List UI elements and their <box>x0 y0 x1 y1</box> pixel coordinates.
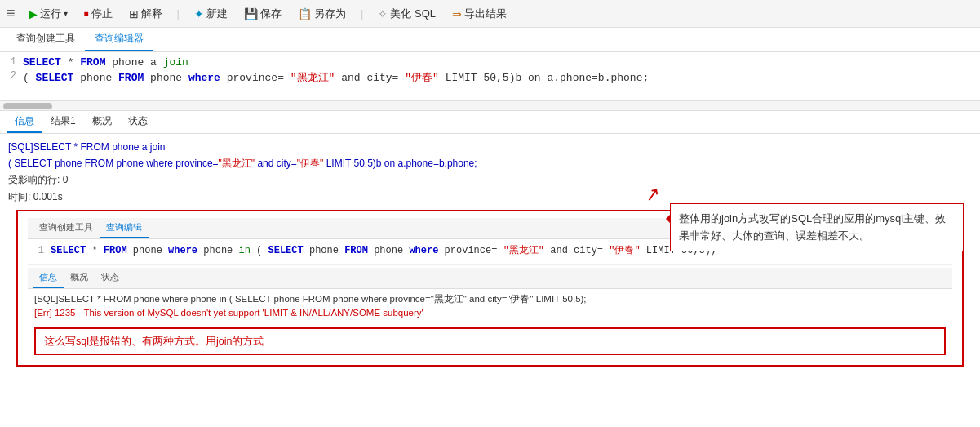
export-button[interactable]: ⇒ 导出结果 <box>449 5 510 23</box>
tab-query-builder[interactable]: 查询创建工具 <box>7 28 85 51</box>
main-container: ≡ ▶ 运行 ▾ ■ 停止 ⊞ 解释 | ✦ 新建 💾 保存 📋 另存为 | <box>0 0 980 427</box>
divider1: | <box>177 7 180 20</box>
beautify-icon: ✧ <box>378 7 388 20</box>
result-tab-status[interactable]: 状态 <box>120 111 156 133</box>
line-content-1[interactable]: SELECT * FROM phone a join <box>23 56 980 69</box>
kw-select-2: SELECT <box>36 72 74 84</box>
inner-space-8: and city= <box>550 245 603 256</box>
inner-kw-select: SELECT <box>51 245 86 256</box>
inner-kw-where: where <box>168 245 197 256</box>
inner-kw-in: in <box>239 245 251 256</box>
export-label: 导出结果 <box>464 7 507 21</box>
inner-result-tabs-bar: 信息 概况 状态 <box>28 268 952 290</box>
bottom-annotation-text: 这么写sql是报错的、有两种方式。用join的方式 <box>44 336 264 347</box>
result-tabs-bar: 信息 结果1 概况 状态 <box>0 111 980 134</box>
result-content: [SQL]SELECT * FROM phone a join ( SELECT… <box>0 134 980 376</box>
inner-info-line2: [Err] 1235 - This version of MySQL doesn… <box>34 306 946 320</box>
info-sql-line2: ( SELECT phone FROM phone where province… <box>8 156 972 171</box>
kw-from-1: FROM <box>80 56 105 69</box>
inner-result-tab-info[interactable]: 信息 <box>33 268 64 289</box>
sql-text-4: LIMIT 50,5)b on a.phone=b.phone; <box>323 158 477 169</box>
inner-space-3: phone <box>203 245 238 256</box>
inner-result-tab-status[interactable]: 状态 <box>95 268 126 289</box>
str-city: "伊春" <box>405 72 439 84</box>
explain-label: 解释 <box>141 7 162 21</box>
horizontal-scrollbar[interactable] <box>0 101 980 111</box>
inner-space-2: phone <box>133 245 168 256</box>
save-as-button[interactable]: 📋 另存为 <box>295 5 349 23</box>
info-sql-line1: [SQL]SELECT * FROM phone a join <box>8 140 972 155</box>
inner-str-city: "伊春" <box>609 245 640 256</box>
tab-query-editor[interactable]: 查询编辑器 <box>85 28 153 51</box>
info-affected-rows: 受影响的行: 0 <box>8 172 972 188</box>
editor-area[interactable]: 1 SELECT * FROM phone a join 2 ( SELECT … <box>0 52 980 101</box>
sql-text-2: ( SELECT phone FROM phone where province… <box>8 158 219 169</box>
inner-info-line1: [SQL]SELECT * FROM phone where phone in … <box>34 292 946 306</box>
space-4: province= <box>227 72 284 84</box>
inner-info-text2: [Err] 1235 - This version of MySQL doesn… <box>34 308 423 318</box>
scrollbar-thumb[interactable] <box>3 103 52 109</box>
new-label: 新建 <box>206 7 228 21</box>
divider2: | <box>361 7 363 20</box>
save-icon: 💾 <box>244 7 258 20</box>
editor-line-1: 1 SELECT * FROM phone a join <box>0 56 980 69</box>
inner-space-6: phone <box>374 245 409 256</box>
result-tab-info[interactable]: 信息 <box>7 111 42 133</box>
save-as-label: 另存为 <box>314 7 346 21</box>
inner-str-province: "黑龙江" <box>503 245 544 256</box>
stop-button[interactable]: ■ 停止 <box>81 5 116 23</box>
inner-space-7: province= <box>445 245 498 256</box>
result-tab-overview[interactable]: 概况 <box>84 111 120 133</box>
inner-line-num-1: 1 <box>28 243 51 259</box>
big-annotation-box: ↗ 整体用的join方式改写的SQL合理的应用的mysql主键、效果非常好、大体… <box>16 210 964 367</box>
toolbar: ≡ ▶ 运行 ▾ ■ 停止 ⊞ 解释 | ✦ 新建 💾 保存 📋 另存为 | <box>0 0 980 28</box>
sql-str-province: "黑龙江" <box>219 158 255 169</box>
line-content-2[interactable]: ( SELECT phone FROM phone where province… <box>23 70 980 85</box>
inner-tab-editor[interactable]: 查询编辑 <box>100 218 149 239</box>
explain-icon: ⊞ <box>129 7 139 20</box>
stop-icon: ■ <box>84 9 89 18</box>
save-as-icon: 📋 <box>298 7 312 20</box>
editor-tabs-bar: 查询创建工具 查询编辑器 <box>0 28 980 52</box>
inner-kw-where2: where <box>409 245 438 256</box>
kw-join-1: join <box>163 56 188 69</box>
run-label: 运行 <box>40 7 61 21</box>
beautify-label: 美化 SQL <box>390 7 436 21</box>
space-5: and city= <box>341 72 398 84</box>
result-tab-result1[interactable]: 结果1 <box>42 111 84 133</box>
inner-result-tab-overview[interactable]: 概况 <box>64 268 95 289</box>
editor-line-2: 2 ( SELECT phone FROM phone where provin… <box>0 69 980 86</box>
run-dropdown[interactable]: ▾ <box>64 9 68 18</box>
menu-icon[interactable]: ≡ <box>7 5 16 22</box>
bottom-annotation-box: 这么写sql是报错的、有两种方式。用join的方式 <box>34 327 946 355</box>
inner-tab-builder[interactable]: 查询创建工具 <box>33 218 100 239</box>
space-1: * <box>68 56 81 69</box>
sql-str-city: "伊春" <box>297 158 324 169</box>
inner-space-1: * <box>91 245 103 256</box>
kw-select-1: SELECT <box>23 56 61 69</box>
kw-where-1: where <box>188 72 220 84</box>
line-num-1: 1 <box>0 56 23 69</box>
annotation-text: 整体用的join方式改写的SQL合理的应用的mysql主键、效果非常好、大体的查… <box>679 212 946 242</box>
export-icon: ⇒ <box>452 7 462 20</box>
paren-1: ( <box>23 72 36 84</box>
line-num-2: 2 <box>0 70 23 85</box>
inner-kw-from2: FROM <box>344 245 368 256</box>
save-button[interactable]: 💾 保存 <box>241 5 285 23</box>
inner-kw-select2: SELECT <box>268 245 304 256</box>
sql-text-3: and city= <box>255 158 297 169</box>
inner-info-text1: [SQL]SELECT * FROM phone where phone in … <box>34 294 587 304</box>
inner-kw-from: FROM <box>104 245 127 256</box>
str-province: "黑龙江" <box>290 72 335 84</box>
sql-text-1: [SQL]SELECT * FROM phone a join <box>8 141 166 153</box>
run-button[interactable]: ▶ 运行 ▾ <box>25 5 71 23</box>
run-icon: ▶ <box>29 7 38 20</box>
inner-result-info: [SQL]SELECT * FROM phone where phone in … <box>28 289 952 324</box>
explain-button[interactable]: ⊞ 解释 <box>126 5 166 23</box>
new-button[interactable]: ✦ 新建 <box>191 5 231 23</box>
save-label: 保存 <box>260 7 282 21</box>
annotation-bubble: 整体用的join方式改写的SQL合理的应用的mysql主键、效果非常好、大体的查… <box>670 203 964 252</box>
beautify-button[interactable]: ✧ 美化 SQL <box>375 5 439 23</box>
space-2: phone <box>80 72 118 84</box>
inner-space-4: ( <box>256 245 268 256</box>
